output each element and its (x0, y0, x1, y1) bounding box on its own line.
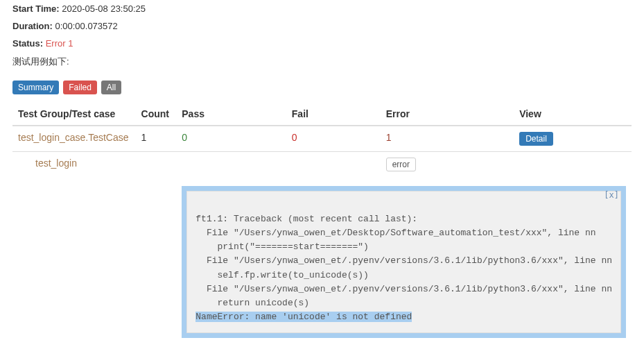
cell-count: 1 (136, 126, 177, 152)
table-row: test_login_case.TestCase 1 0 0 1 Detail (12, 126, 632, 152)
header-fail: Fail (286, 103, 381, 126)
cell-error: 1 (381, 126, 514, 152)
failed-button[interactable]: Failed (63, 81, 97, 94)
duration-line: Duration: 0:00:00.073572 (12, 21, 632, 31)
header-group: Test Group/Test case (12, 103, 136, 126)
cell-pass: 0 (176, 126, 286, 152)
error-badge[interactable]: error (386, 158, 416, 171)
traceback-text: ft1.1: Traceback (most recent call last)… (186, 191, 621, 333)
total-pass: 0 (176, 344, 286, 347)
status-value: Error 1 (46, 38, 73, 49)
detail-button[interactable]: Detail (519, 132, 553, 146)
status-label: Status: (12, 38, 43, 49)
results-table: Test Group/Test case Count Pass Fail Err… (12, 103, 632, 347)
header-view: View (514, 103, 632, 126)
table-sub-row: test_login error (12, 152, 632, 178)
filter-buttons: Summary Failed All (12, 81, 632, 94)
cell-fail: 0 (286, 126, 381, 152)
total-label: Total (12, 344, 136, 347)
all-button[interactable]: All (101, 81, 121, 94)
start-time-line: Start Time: 2020-05-08 23:50:25 (12, 3, 632, 14)
total-count: 1 (136, 344, 177, 347)
test-group-link[interactable]: test_login_case.TestCase (18, 132, 129, 143)
description-line: 测试用例如下: (12, 56, 632, 68)
close-icon[interactable]: [x] (604, 190, 619, 200)
duration-label: Duration: (12, 21, 53, 31)
header-count: Count (136, 103, 177, 126)
total-error: 1 (381, 344, 514, 347)
start-time-value: 2020-05-08 23:50:25 (62, 3, 146, 14)
status-line: Status: Error 1 (12, 38, 632, 49)
header-pass: Pass (176, 103, 286, 126)
traceback-panel: [x] ft1.1: Traceback (most recent call l… (182, 186, 626, 338)
header-error: Error (381, 103, 514, 126)
summary-button[interactable]: Summary (12, 81, 59, 94)
start-time-label: Start Time: (12, 3, 60, 14)
table-header-row: Test Group/Test case Count Pass Fail Err… (12, 103, 632, 126)
test-case-link[interactable]: test_login (35, 158, 77, 169)
traceback-highlight: NameError: name 'unicode' is not defined (195, 312, 412, 322)
total-fail: 0 (286, 344, 381, 347)
total-row: Total 1 0 0 1 (12, 344, 632, 347)
duration-value: 0:00:00.073572 (55, 21, 117, 31)
traceback-row: [x] ft1.1: Traceback (most recent call l… (12, 177, 632, 344)
